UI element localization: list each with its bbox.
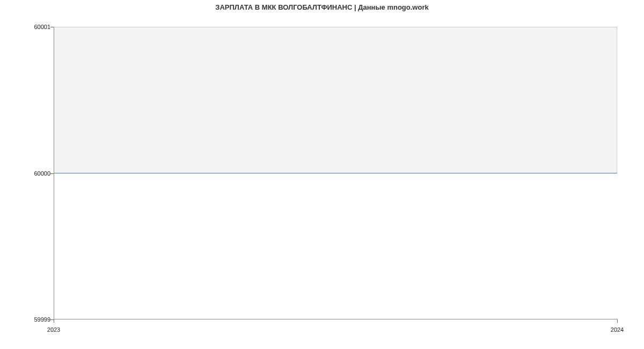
y-axis-label: 59999 [34, 316, 50, 323]
data-line [54, 173, 617, 173]
x-axis-label: 2024 [611, 326, 624, 333]
plot-area [54, 27, 617, 319]
chart-title: ЗАРПЛАТА В МКК ВОЛГОБАЛТФИНАНС | Данные … [0, 3, 644, 11]
y-axis-label: 60000 [34, 170, 50, 177]
x-tick [54, 319, 54, 323]
x-tick [617, 319, 618, 323]
grid-band [54, 27, 617, 173]
y-axis-label: 60001 [34, 24, 50, 30]
x-axis-label: 2023 [47, 326, 60, 333]
chart-container: ЗАРПЛАТА В МКК ВОЛГОБАЛТФИНАНС | Данные … [0, 0, 644, 349]
